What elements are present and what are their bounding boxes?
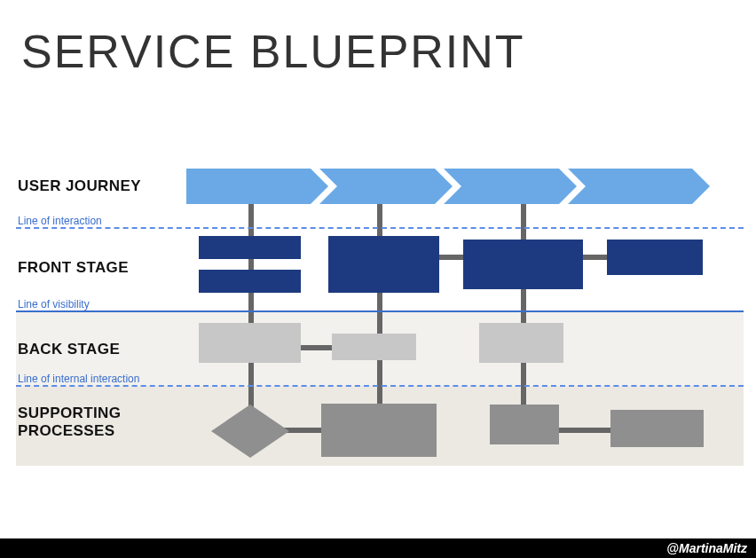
svg-rect-12 — [199, 270, 301, 293]
row-label-supporting-1: SUPPORTING — [18, 405, 121, 422]
row-label-user-journey: USER JOURNEY — [18, 177, 141, 195]
footer-credit: @MartinaMitz — [0, 538, 756, 558]
svg-marker-7 — [186, 169, 328, 204]
svg-rect-17 — [332, 334, 416, 360]
svg-rect-22 — [610, 410, 704, 447]
svg-rect-20 — [321, 404, 437, 457]
label-line-visibility: Line of visibility — [18, 298, 90, 310]
row-label-front-stage: FRONT STAGE — [18, 259, 129, 277]
svg-rect-13 — [328, 236, 439, 293]
svg-rect-21 — [490, 405, 559, 444]
svg-rect-15 — [607, 240, 703, 275]
svg-rect-11 — [199, 236, 301, 259]
row-label-back-stage: BACK STAGE — [18, 341, 120, 358]
blueprint-diagram — [0, 0, 756, 558]
label-line-internal: Line of internal interaction — [18, 373, 139, 385]
svg-marker-8 — [319, 169, 453, 204]
svg-rect-14 — [463, 240, 583, 289]
line-of-internal-interaction — [16, 385, 744, 387]
svg-rect-16 — [199, 323, 301, 363]
label-line-interaction: Line of interaction — [18, 215, 102, 227]
line-of-interaction — [16, 227, 744, 229]
svg-marker-10 — [568, 169, 710, 204]
user-journey-arrows — [186, 169, 710, 204]
line-of-visibility — [16, 310, 744, 312]
front-stage-boxes — [199, 236, 703, 293]
row-label-supporting-2: PROCESSES — [18, 422, 114, 440]
svg-marker-9 — [444, 169, 577, 204]
svg-rect-18 — [479, 323, 563, 363]
